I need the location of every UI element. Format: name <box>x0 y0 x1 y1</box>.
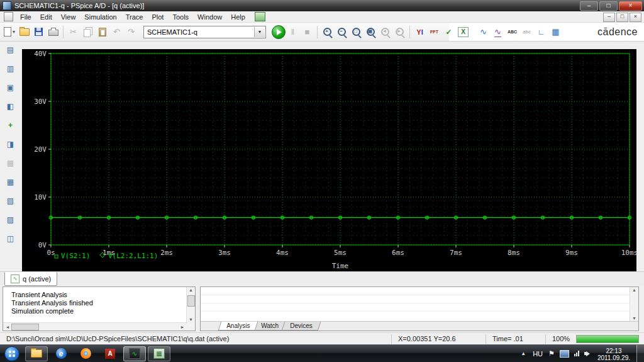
scroll-up-icon[interactable]: ▲ <box>187 288 195 292</box>
document-icon[interactable] <box>4 12 13 21</box>
language-indicator[interactable]: HU <box>530 350 546 358</box>
window-controls: – □ × <box>580 1 642 11</box>
pause-button[interactable]: ‖ <box>286 25 300 39</box>
menu-view[interactable]: View <box>57 12 80 22</box>
text-label-button[interactable]: ABC <box>505 25 519 39</box>
left-toolbar-button-10[interactable]: ▨ <box>4 214 16 225</box>
network-tray-icon[interactable] <box>574 351 579 356</box>
left-toolbar-button-9[interactable]: ▧ <box>4 195 16 206</box>
left-toolbar-button-8[interactable]: ▦ <box>4 176 16 188</box>
excel-icon: X <box>458 27 469 37</box>
vertical-scrollbar[interactable]: ▲ ▼ <box>630 287 638 321</box>
tab-analysis[interactable]: Analysis <box>218 322 258 331</box>
stop-button[interactable]: ■ <box>300 25 314 39</box>
left-toolbar-button-5[interactable]: + <box>4 120 16 131</box>
axis-settings-button[interactable]: ∟ <box>534 25 548 39</box>
scroll-down-icon[interactable]: ▼ <box>631 316 638 320</box>
menu-help[interactable]: Help <box>226 12 250 22</box>
add-trace-button[interactable]: ∿ <box>476 25 491 39</box>
add-plot-button[interactable]: ▦ <box>548 25 563 39</box>
scroll-right-icon[interactable]: ► <box>179 325 186 329</box>
run-pspice-button[interactable] <box>271 25 286 39</box>
copy-button[interactable] <box>80 25 95 39</box>
log-x-axis-button[interactable]: YI <box>413 25 427 39</box>
vertical-scrollbar[interactable]: ▲ ▼ <box>186 287 195 322</box>
taskbar-internet-explorer-button[interactable]: e <box>50 346 72 361</box>
waveform-plot-area[interactable]: 40V30V20V10V0V0s1ms2ms3ms4ms5ms6ms7ms8ms… <box>22 49 636 271</box>
scrollbar-thumb[interactable] <box>187 295 195 307</box>
zoom-area-button[interactable]: □ <box>349 25 364 39</box>
print-button[interactable] <box>46 25 60 39</box>
left-toolbar-button-7[interactable]: ▩ <box>4 157 16 169</box>
simulation-status-window[interactable]: ▲ ▼ Analysis Watch Devices <box>200 286 639 331</box>
annotation-button[interactable]: abc <box>519 25 534 39</box>
zoom-out-button[interactable]: − <box>335 25 349 39</box>
horizontal-scrollbar[interactable]: ◄ ► <box>3 322 187 331</box>
taskbar-pspice-button[interactable]: ∿ <box>123 346 146 361</box>
mdi-minimize-button[interactable]: – <box>603 13 615 22</box>
left-toolbar: ▤ ▥ ▣ ◧ + ◨ ▩ ▦ ▧ ▨ ◫ <box>1 44 19 244</box>
maximize-button[interactable]: □ <box>599 1 618 11</box>
taskbar-clock[interactable]: 22:13 2011.09.29. <box>592 346 635 361</box>
cadence-logo: cādence <box>597 26 638 38</box>
tab-q-active[interactable]: ∿ q (active) <box>4 272 57 286</box>
scroll-left-icon[interactable]: ◄ <box>4 325 11 329</box>
view-area-button[interactable]: ◄ <box>378 25 392 39</box>
zoom-fit-button[interactable]: ▣ <box>364 25 378 39</box>
open-file-button[interactable] <box>17 25 31 39</box>
left-toolbar-button-3[interactable]: ▣ <box>4 82 16 93</box>
undo-button[interactable]: ↶ <box>109 25 124 39</box>
scroll-down-icon[interactable]: ▼ <box>187 317 195 322</box>
menu-bar: File Edit View Simulation Trace Plot Too… <box>0 11 644 23</box>
left-toolbar-button-4[interactable]: ◧ <box>4 101 16 112</box>
toolbar-separator <box>63 26 64 38</box>
menu-simulation[interactable]: Simulation <box>80 12 121 22</box>
tab-devices[interactable]: Devices <box>282 322 321 331</box>
start-button[interactable] <box>4 346 19 361</box>
menu-plot[interactable]: Plot <box>147 12 168 22</box>
fft-button[interactable]: FFT <box>427 25 441 39</box>
toggle-cursor-button[interactable]: ∿ <box>491 25 505 39</box>
show-desktop-button[interactable] <box>636 345 644 362</box>
taskbar-explorer-button[interactable] <box>25 346 48 361</box>
waveform-tab-icon: ∿ <box>11 274 19 283</box>
scroll-up-icon[interactable]: ▲ <box>631 288 638 292</box>
view-fit-button[interactable]: ► <box>392 25 407 39</box>
save-button[interactable] <box>31 25 46 39</box>
minimize-button[interactable]: – <box>580 1 598 11</box>
simulation-profile-combobox[interactable]: SCHEMATIC1-q ▼ <box>143 26 266 38</box>
add-icon: + <box>8 121 13 130</box>
menu-trace[interactable]: Trace <box>121 12 148 22</box>
cut-button[interactable]: ✂ <box>66 25 80 39</box>
combobox-dropdown-icon[interactable]: ▼ <box>254 27 265 37</box>
left-toolbar-button-2[interactable]: ▥ <box>4 63 16 74</box>
zoom-fit-icon: ▣ <box>367 28 375 36</box>
menu-window[interactable]: Window <box>193 12 226 22</box>
left-toolbar-button-11[interactable]: ◫ <box>4 233 16 244</box>
taskbar-adobe-reader-button[interactable]: A <box>99 346 121 361</box>
left-toolbar-button-1[interactable]: ▤ <box>4 44 16 55</box>
taskbar-firefox-button[interactable] <box>74 346 97 361</box>
menu-edit[interactable]: Edit <box>36 12 57 22</box>
schematic-icon[interactable] <box>255 12 265 21</box>
volume-tray-icon[interactable] <box>584 351 590 356</box>
taskbar-orcad-capture-button[interactable]: ▦ <box>148 346 170 361</box>
redo-button[interactable]: ↷ <box>124 25 138 39</box>
paste-button[interactable] <box>95 25 109 39</box>
zoom-in-button[interactable]: + <box>320 25 335 39</box>
output-window[interactable]: Transient Analysis Transient Analysis fi… <box>3 286 196 331</box>
tray-expand-icon[interactable]: ▲ <box>517 351 530 356</box>
mdi-close-button[interactable]: × <box>630 13 641 22</box>
menu-file[interactable]: File <box>16 12 36 22</box>
scrollbar-thumb[interactable] <box>11 324 39 331</box>
waveform-chart[interactable]: 40V30V20V10V0V0s1ms2ms3ms4ms5ms6ms7ms8ms… <box>22 49 636 271</box>
close-button[interactable]: × <box>619 1 642 11</box>
left-toolbar-button-6[interactable]: ◨ <box>4 139 16 150</box>
export-excel-button[interactable]: X <box>456 25 470 39</box>
menu-tools[interactable]: Tools <box>168 12 193 22</box>
display-tray-icon[interactable] <box>560 350 569 358</box>
performance-analysis-button[interactable]: ✓ <box>441 25 456 39</box>
action-center-flag-icon[interactable]: ⚑ <box>548 349 555 358</box>
new-file-button[interactable]: ▼ <box>3 25 17 39</box>
mdi-restore-button[interactable]: □ <box>616 13 628 22</box>
